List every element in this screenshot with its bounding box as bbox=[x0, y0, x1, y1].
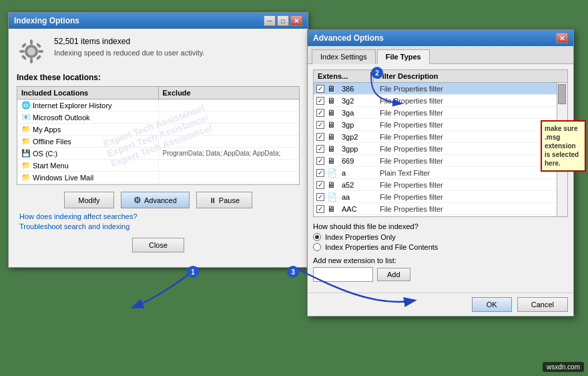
file-icon: 📄 bbox=[327, 192, 339, 202]
add-extension-section: Add new extension to list: Add bbox=[313, 256, 568, 282]
checkbox[interactable] bbox=[316, 133, 324, 141]
file-icon: 📄 bbox=[327, 168, 339, 178]
table-row[interactable]: 📄 aax File Properties filter bbox=[314, 215, 567, 216]
checkbox[interactable] bbox=[316, 121, 324, 129]
maximize-button[interactable]: □ bbox=[277, 15, 289, 26]
file-icon: 🖥 bbox=[327, 132, 339, 142]
items-count: 52,501 items indexed bbox=[54, 37, 300, 46]
advanced-close-button[interactable]: ✕ bbox=[556, 33, 568, 43]
links-section: How does indexing affect searches? Troub… bbox=[17, 212, 300, 230]
table-row[interactable]: 📄 aa File Properties filter bbox=[314, 191, 567, 203]
indexing-header: 52,501 items indexed Indexing speed is r… bbox=[17, 37, 300, 66]
outlook-icon: 📧 bbox=[21, 113, 31, 122]
checkbox[interactable] bbox=[316, 97, 324, 105]
locations-list: 🌐Internet Explorer History 📧Microsoft Ou… bbox=[17, 100, 299, 184]
file-types-table: Extens... Filter Description 🖥 386 File … bbox=[313, 69, 568, 217]
file-icon: 🖥 bbox=[327, 96, 339, 106]
locations-col2-header: Exclude bbox=[159, 87, 300, 99]
indexing-content: 52,501 items indexed Indexing speed is r… bbox=[9, 29, 308, 267]
table-row[interactable]: 📄 a Plain Text Filter bbox=[314, 167, 567, 179]
advanced-button[interactable]: ⚙ Advanced bbox=[121, 192, 190, 208]
svg-rect-3 bbox=[30, 58, 33, 63]
indexing-titlebar: Indexing Options ─ □ ✕ bbox=[9, 13, 308, 29]
badge-1: 1 bbox=[187, 266, 199, 278]
indexing-question: How should this file be indexed? bbox=[313, 222, 568, 230]
file-icon: 🖥 bbox=[327, 120, 339, 130]
minimize-button[interactable]: ─ bbox=[264, 15, 276, 26]
folder-icon: 📁 bbox=[21, 125, 31, 134]
table-row[interactable]: 🖥 AAC File Properties filter bbox=[314, 203, 567, 215]
checkbox[interactable] bbox=[316, 145, 324, 153]
locations-col1-header: Included Locations bbox=[17, 87, 159, 99]
checkbox[interactable] bbox=[316, 193, 324, 201]
indexing-title: Indexing Options bbox=[14, 16, 79, 25]
svg-rect-8 bbox=[21, 55, 27, 60]
table-row: 🌐Internet Explorer History bbox=[17, 100, 299, 112]
table-row[interactable]: 🖥 3gpp File Properties filter bbox=[314, 143, 567, 155]
scrollbar-thumb[interactable] bbox=[558, 84, 566, 104]
indexing-status: Indexing speed is reduced due to user ac… bbox=[54, 49, 300, 57]
svg-rect-4 bbox=[19, 50, 25, 53]
tabs-bar: Index Settings File Types bbox=[308, 46, 573, 64]
section-label: Index these locations: bbox=[17, 73, 300, 82]
ok-button[interactable]: OK bbox=[472, 297, 512, 312]
radio-button[interactable] bbox=[313, 243, 321, 251]
svg-rect-5 bbox=[38, 50, 43, 53]
svg-rect-9 bbox=[36, 55, 41, 60]
advanced-content: Extens... Filter Description 🖥 386 File … bbox=[308, 64, 573, 293]
badge-2: 2 bbox=[371, 67, 383, 79]
checkbox[interactable] bbox=[316, 109, 324, 117]
add-ext-input[interactable] bbox=[313, 267, 373, 282]
table-row: 📧Microsoft Outlook bbox=[17, 112, 299, 124]
tab-file-types[interactable]: File Types bbox=[377, 49, 430, 64]
pause-button[interactable]: ⏸ Pause bbox=[196, 192, 252, 208]
radio-button[interactable] bbox=[313, 233, 321, 241]
checkbox[interactable] bbox=[316, 157, 324, 165]
table-row: 📁My Apps bbox=[17, 124, 299, 136]
locations-header: Included Locations Exclude bbox=[17, 87, 299, 100]
radio-index-props-only[interactable]: Index Properties Only bbox=[313, 233, 568, 241]
table-row[interactable]: 🖥 3gp File Properties filter bbox=[314, 119, 567, 131]
add-ext-label: Add new extension to list: bbox=[313, 256, 568, 264]
svg-point-1 bbox=[27, 47, 35, 55]
tab-index-settings[interactable]: Index Settings bbox=[312, 49, 376, 64]
table-row[interactable]: 🖥 3g2 File Properties filter bbox=[314, 95, 567, 107]
indexing-help-link[interactable]: How does indexing affect searches? bbox=[19, 212, 297, 220]
modify-button[interactable]: Modify bbox=[64, 192, 114, 208]
checkbox[interactable] bbox=[316, 205, 324, 213]
file-types-header: Extens... Filter Description bbox=[314, 70, 567, 83]
troubleshoot-link[interactable]: Troubleshoot search and indexing bbox=[19, 222, 297, 230]
table-row[interactable]: 🖥 669 File Properties filter bbox=[314, 155, 567, 167]
advanced-titlebar: Advanced Options ✕ bbox=[308, 30, 573, 46]
file-types-scroll[interactable]: 🖥 386 File Properties filter 🖥 3g2 File … bbox=[314, 83, 567, 216]
advanced-footer: OK Cancel bbox=[308, 293, 573, 316]
table-row[interactable]: 🖥 3ga File Properties filter bbox=[314, 107, 567, 119]
radio-index-props-contents[interactable]: Index Properties and File Contents bbox=[313, 243, 568, 251]
close-main-button[interactable]: Close bbox=[132, 238, 184, 252]
file-icon: 🖥 bbox=[327, 156, 339, 166]
table-row[interactable]: 🖥 3gp2 File Properties filter bbox=[314, 131, 567, 143]
checkbox[interactable] bbox=[316, 181, 324, 189]
file-icon: 🖥 bbox=[327, 204, 339, 214]
add-ext-row: Add bbox=[313, 267, 568, 282]
cancel-button[interactable]: Cancel bbox=[517, 297, 568, 312]
add-button[interactable]: Add bbox=[377, 268, 410, 281]
table-row: 📁Offline Files bbox=[17, 136, 299, 148]
table-row[interactable]: 🖥 a52 File Properties filter bbox=[314, 179, 567, 191]
checkbox[interactable] bbox=[316, 85, 324, 93]
advanced-title: Advanced Options bbox=[313, 33, 384, 43]
gear-icon bbox=[17, 37, 46, 66]
table-row: 📁Start Menu bbox=[17, 160, 299, 172]
close-row: Close bbox=[17, 232, 300, 259]
table-row[interactable]: 🖥 386 File Properties filter bbox=[314, 83, 567, 95]
badge-3: 3 bbox=[287, 266, 299, 278]
file-icon: 🖥 bbox=[327, 144, 339, 154]
callout-box: make sure .msg extension is selected her… bbox=[541, 120, 586, 172]
indexing-section: How should this file be indexed? Index P… bbox=[313, 222, 568, 251]
checkbox[interactable] bbox=[316, 169, 324, 177]
advanced-icon: ⚙ bbox=[133, 195, 141, 205]
ft-col1-header: Extens... bbox=[314, 70, 374, 82]
table-row: 💾OS (C:) ProgramData; Data; AppData; App… bbox=[17, 148, 299, 160]
wsxdn-badge: wsxdn.com bbox=[543, 362, 584, 372]
close-button[interactable]: ✕ bbox=[290, 15, 302, 26]
